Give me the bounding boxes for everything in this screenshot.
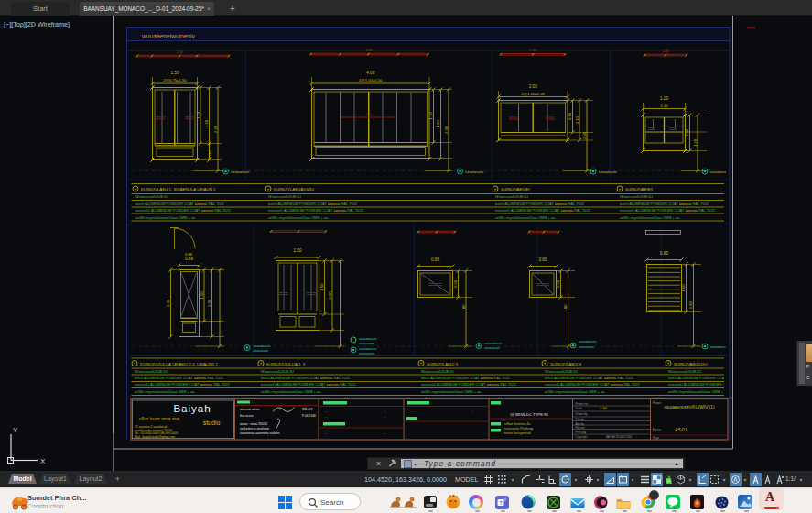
svg-text:2.00: 2.00 — [213, 125, 218, 133]
svg-text:1.10: 1.10 — [428, 112, 433, 120]
svg-text:1.90: 1.90 — [204, 119, 209, 127]
svg-text:.: . — [384, 431, 385, 435]
svg-text:szauuuin: szauuuin — [484, 345, 500, 350]
svg-text:WB-419: WB-419 — [302, 408, 313, 411]
svg-text:Baiyah: Baiyah — [173, 403, 211, 414]
svg-text:uienew oevu: uienew oevu — [240, 408, 259, 411]
svg-text:1.20: 1.20 — [660, 96, 668, 101]
svg-text:KUINUIVLAEUAIUUIU: KUINUIVLAEUAIUUIU — [274, 187, 314, 191]
svg-text:wuou : oiow 25026: wuou : oiow 25026 — [240, 422, 267, 426]
svg-text:KUINUIVUIULUA UEIAEIV 2,4, UEI: KUINUIVUIULUA UEIAEIV 2,4, UEIAUNII 1 — [140, 362, 218, 366]
svg-text:nsounnU ALUMINIUM POWDER COA: nsounnU ALUMINIUM POWDER COAT awinuiu RA… — [135, 382, 231, 387]
svg-text:szauwuuiv: szauwuuiv — [599, 169, 618, 174]
svg-text:szauwuuiv: szauwuuiv — [465, 169, 484, 174]
svg-text:1.90: 1.90 — [436, 120, 440, 128]
svg-text:KUINUIVLAEU 1. SIUAENULA UEIAU: KUINUIVLAEU 1. SIUAENULA UEIAUN 2 — [141, 187, 216, 191]
svg-text:@ WDW-DC TYPE 90: @ WDW-DC TYPE 90 — [510, 412, 548, 417]
svg-text:noriu luriuynnud: noriu luriuynnud — [504, 431, 530, 435]
svg-text:szauwuu: szauwuu — [710, 169, 727, 174]
svg-text:wuuaaeneiwuineniv: wuuaaeneiwuineniv — [141, 33, 195, 39]
svg-text:1.20: 1.20 — [693, 138, 698, 147]
svg-text:+: + — [544, 361, 547, 366]
svg-text:0.90: 0.90 — [568, 112, 572, 120]
svg-text:1.20: 1.20 — [662, 49, 668, 53]
svg-text:A5-01: A5-01 — [675, 427, 687, 432]
svg-text:1.20: 1.20 — [660, 104, 668, 108]
svg-text:NIowsovalUlUEJU: NIowsovalUlUEJU — [545, 369, 578, 374]
svg-text:anWn nsyvnlalueoonUaav 5MM: anWn nsyvnlalueoonUaav 5MM + aa — [268, 215, 329, 220]
svg-text:+: + — [134, 361, 136, 366]
svg-text:. .: . . — [325, 409, 328, 413]
svg-text:Print day: Print day — [576, 431, 587, 434]
svg-text:nsounnU ALUMINIUM POWDER COA: nsounnU ALUMINIUM POWDER COAT awinuiu RA… — [421, 382, 517, 387]
svg-text:anWn nsyvnlalueoonUaav 5MM: anWn nsyvnlalueoonUaav 5MM + aa — [668, 389, 729, 394]
svg-text:KUINUIVUIULUA 1, 3: KUINUIVUIULUA 1, 3 — [266, 362, 306, 366]
svg-text:szauwuuiv: szauwuuiv — [231, 169, 250, 174]
svg-text:no luntev o onulnew: no luntev o onulnew — [240, 427, 269, 431]
svg-text:anWn nsyvnlalueoonUaav 5MM: anWn nsyvnlalueoonUaav 5MM + aa — [135, 389, 195, 394]
svg-text:ovnU ALUMINIUM POWDER COAT a: ovnU ALUMINIUM POWDER COAT awinuiu RAL 7… — [421, 376, 511, 380]
svg-text:4@1.00=4.00: 4@1.00=4.00 — [359, 78, 383, 82]
svg-text:. .: . . — [325, 431, 328, 435]
svg-text:Project no.: Project no. — [576, 402, 590, 406]
svg-text:0.80: 0.80 — [660, 251, 668, 256]
svg-text:anWn nsyvnlalueoonUaav 5MM: anWn nsyvnlalueoonUaav 5MM + aa — [421, 389, 482, 394]
svg-text:szauwuuiv: szauwuuiv — [579, 339, 597, 344]
svg-text:ovnU ALUMINIUM POWDER COAT a: ovnU ALUMINIUM POWDER COAT awinuiu RAL 7… — [545, 376, 634, 380]
svg-text:nsounnU ALUMINIUM POWDER COA: nsounnU ALUMINIUM POWDER COAT awinuiu RA… — [135, 208, 232, 213]
svg-text:anWn nsyvnlalueoonUaav 5MM: anWn nsyvnlalueoonUaav 5MM + aa — [620, 215, 680, 220]
svg-text:szauuuin: szauuuin — [579, 344, 594, 349]
svg-text:+: + — [260, 361, 263, 366]
svg-text:1.10: 1.10 — [575, 116, 579, 125]
svg-text:. .: . . — [325, 415, 328, 419]
svg-text:NIowsovalUlUEJU: NIowsovalUlUEJU — [135, 194, 168, 199]
svg-text:P-06 2546: P-06 2546 — [302, 414, 316, 418]
svg-text:.: . — [472, 409, 473, 413]
svg-text:NIowsovalUlUEJU: NIowsovalUlUEJU — [135, 369, 168, 374]
svg-text:App by: App by — [576, 422, 585, 426]
svg-text:anWn nsyvnlalueoonUaav 5MM: anWn nsyvnlalueoonUaav 5MM + aa — [261, 389, 321, 394]
svg-text:1.10: 1.10 — [196, 111, 200, 119]
svg-text:0.50: 0.50 — [453, 279, 458, 288]
svg-text:szauuuin: szauuuin — [359, 341, 374, 345]
svg-text:SUINUIVAEIEII: SUINUIVAEIEII — [625, 187, 653, 191]
svg-text:nsounnU ALUMINIUM POWDER COA: nsounnU ALUMINIUM POWDER COAT awinuiu RA… — [545, 382, 641, 387]
svg-text:NIowsovalUlUEJU: NIowsovalUlUEJU — [421, 369, 454, 374]
svg-text:2@0.75=1.50: 2@0.75=1.50 — [163, 78, 187, 82]
svg-text:.: . — [384, 415, 385, 419]
svg-text:1.50: 1.50 — [200, 291, 204, 300]
svg-text:0.40: 0.40 — [209, 151, 212, 158]
svg-text:nsounnU ALUMINIUM POWDER COA: nsounnU ALUMINIUM POWDER COAT awinuiu RA… — [620, 208, 716, 213]
svg-text:NIowsovalUlUEJU: NIowsovalUlUEJU — [620, 194, 653, 199]
svg-text:0.88: 0.88 — [185, 252, 193, 256]
svg-text:2.00: 2.00 — [166, 299, 170, 307]
svg-text:4.00: 4.00 — [366, 113, 373, 116]
svg-text:uSun luunn oriua oinn: uSun luunn oriua oinn — [139, 417, 180, 421]
svg-text:NIowsovalUlUEJU: NIowsovalUlUEJU — [668, 369, 701, 374]
svg-text:Chk by: Chk by — [576, 418, 585, 421]
svg-text:Y: Y — [13, 426, 18, 434]
svg-text:+: + — [135, 187, 137, 191]
svg-text:szauwuuiv: szauwuuiv — [359, 346, 377, 351]
svg-text:2@1.00=2.00: 2@1.00=2.00 — [522, 92, 546, 96]
svg-text:Scale: Scale — [576, 407, 583, 410]
svg-text:0.50: 0.50 — [556, 279, 560, 288]
svg-text:szauwuuiv: szauwuuiv — [253, 344, 271, 348]
svg-text:2.00: 2.00 — [582, 131, 587, 139]
svg-text:nsounnU ALUMINIUM POWDER COA: nsounnU ALUMINIUM POWDER COAT awinuiu RA… — [268, 208, 364, 213]
svg-text:anWn nsyvnlalueoonUaav 5MM: anWn nsyvnlalueoonUaav 5MM + aa — [495, 215, 556, 220]
svg-text:NIowsovalUlUEJU: NIowsovalUlUEJU — [268, 194, 301, 199]
svg-text:studio: studio — [203, 420, 221, 426]
svg-text:Copyright: Copyright — [576, 435, 588, 439]
svg-text:szauwuu: szauwuu — [710, 344, 726, 349]
svg-text:. .: . . — [410, 409, 413, 413]
svg-text:2.00: 2.00 — [328, 291, 332, 300]
svg-text:NIowsovalUlUEJU: NIowsovalUlUEJU — [495, 194, 528, 199]
svg-text:Fig size: Fig size — [576, 426, 586, 430]
svg-text:Fig no.: Fig no. — [653, 428, 661, 431]
svg-text:ovnU ALUMINIUM POWDER COAT a: ovnU ALUMINIUM POWDER COAT awinuiu RAL 7… — [135, 202, 225, 206]
svg-text:SUINUIVAEIUU/IU: SUINUIVAEIUU/IU — [674, 362, 708, 366]
svg-text:1.50: 1.50 — [319, 283, 324, 291]
svg-text:wuuaaenuszn/KUIWIV (1): wuuaaenuszn/KUIWIV (1) — [664, 405, 715, 409]
svg-text:Page: Page — [653, 436, 659, 440]
